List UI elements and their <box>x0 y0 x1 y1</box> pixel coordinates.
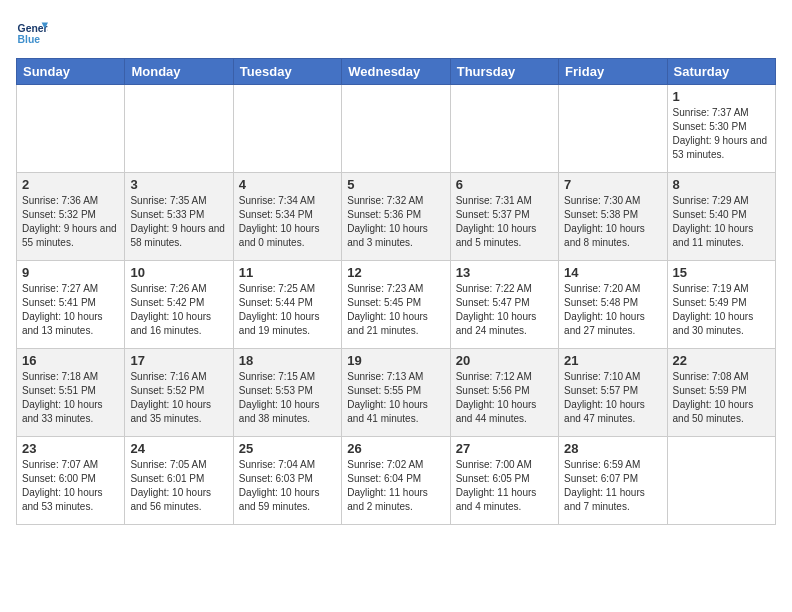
day-cell: 8Sunrise: 7:29 AM Sunset: 5:40 PM Daylig… <box>667 173 775 261</box>
weekday-header-thursday: Thursday <box>450 59 558 85</box>
day-info: Sunrise: 7:13 AM Sunset: 5:55 PM Dayligh… <box>347 370 444 426</box>
day-cell: 5Sunrise: 7:32 AM Sunset: 5:36 PM Daylig… <box>342 173 450 261</box>
day-info: Sunrise: 7:16 AM Sunset: 5:52 PM Dayligh… <box>130 370 227 426</box>
day-cell: 17Sunrise: 7:16 AM Sunset: 5:52 PM Dayli… <box>125 349 233 437</box>
day-info: Sunrise: 7:10 AM Sunset: 5:57 PM Dayligh… <box>564 370 661 426</box>
day-number: 11 <box>239 265 336 280</box>
day-info: Sunrise: 7:20 AM Sunset: 5:48 PM Dayligh… <box>564 282 661 338</box>
day-info: Sunrise: 7:02 AM Sunset: 6:04 PM Dayligh… <box>347 458 444 514</box>
weekday-header-monday: Monday <box>125 59 233 85</box>
day-cell: 11Sunrise: 7:25 AM Sunset: 5:44 PM Dayli… <box>233 261 341 349</box>
day-info: Sunrise: 7:07 AM Sunset: 6:00 PM Dayligh… <box>22 458 119 514</box>
week-row-1: 2Sunrise: 7:36 AM Sunset: 5:32 PM Daylig… <box>17 173 776 261</box>
day-number: 19 <box>347 353 444 368</box>
day-info: Sunrise: 7:30 AM Sunset: 5:38 PM Dayligh… <box>564 194 661 250</box>
day-number: 20 <box>456 353 553 368</box>
day-info: Sunrise: 7:29 AM Sunset: 5:40 PM Dayligh… <box>673 194 770 250</box>
day-info: Sunrise: 7:05 AM Sunset: 6:01 PM Dayligh… <box>130 458 227 514</box>
day-info: Sunrise: 7:23 AM Sunset: 5:45 PM Dayligh… <box>347 282 444 338</box>
day-cell: 6Sunrise: 7:31 AM Sunset: 5:37 PM Daylig… <box>450 173 558 261</box>
day-cell: 2Sunrise: 7:36 AM Sunset: 5:32 PM Daylig… <box>17 173 125 261</box>
day-info: Sunrise: 7:12 AM Sunset: 5:56 PM Dayligh… <box>456 370 553 426</box>
day-cell: 3Sunrise: 7:35 AM Sunset: 5:33 PM Daylig… <box>125 173 233 261</box>
logo-icon: General Blue <box>16 16 48 48</box>
weekday-header-saturday: Saturday <box>667 59 775 85</box>
week-row-0: 1Sunrise: 7:37 AM Sunset: 5:30 PM Daylig… <box>17 85 776 173</box>
day-cell: 16Sunrise: 7:18 AM Sunset: 5:51 PM Dayli… <box>17 349 125 437</box>
day-info: Sunrise: 7:19 AM Sunset: 5:49 PM Dayligh… <box>673 282 770 338</box>
day-number: 3 <box>130 177 227 192</box>
day-cell: 19Sunrise: 7:13 AM Sunset: 5:55 PM Dayli… <box>342 349 450 437</box>
day-info: Sunrise: 7:27 AM Sunset: 5:41 PM Dayligh… <box>22 282 119 338</box>
day-cell: 4Sunrise: 7:34 AM Sunset: 5:34 PM Daylig… <box>233 173 341 261</box>
day-number: 26 <box>347 441 444 456</box>
day-info: Sunrise: 7:31 AM Sunset: 5:37 PM Dayligh… <box>456 194 553 250</box>
day-cell <box>667 437 775 525</box>
day-number: 6 <box>456 177 553 192</box>
day-number: 17 <box>130 353 227 368</box>
day-cell: 26Sunrise: 7:02 AM Sunset: 6:04 PM Dayli… <box>342 437 450 525</box>
day-info: Sunrise: 7:26 AM Sunset: 5:42 PM Dayligh… <box>130 282 227 338</box>
day-cell: 1Sunrise: 7:37 AM Sunset: 5:30 PM Daylig… <box>667 85 775 173</box>
day-number: 7 <box>564 177 661 192</box>
day-cell: 7Sunrise: 7:30 AM Sunset: 5:38 PM Daylig… <box>559 173 667 261</box>
day-info: Sunrise: 7:25 AM Sunset: 5:44 PM Dayligh… <box>239 282 336 338</box>
day-cell <box>125 85 233 173</box>
day-number: 18 <box>239 353 336 368</box>
day-number: 1 <box>673 89 770 104</box>
day-info: Sunrise: 7:18 AM Sunset: 5:51 PM Dayligh… <box>22 370 119 426</box>
day-cell: 12Sunrise: 7:23 AM Sunset: 5:45 PM Dayli… <box>342 261 450 349</box>
day-number: 23 <box>22 441 119 456</box>
weekday-header-row: SundayMondayTuesdayWednesdayThursdayFrid… <box>17 59 776 85</box>
day-cell: 27Sunrise: 7:00 AM Sunset: 6:05 PM Dayli… <box>450 437 558 525</box>
day-info: Sunrise: 7:35 AM Sunset: 5:33 PM Dayligh… <box>130 194 227 250</box>
day-info: Sunrise: 7:22 AM Sunset: 5:47 PM Dayligh… <box>456 282 553 338</box>
week-row-3: 16Sunrise: 7:18 AM Sunset: 5:51 PM Dayli… <box>17 349 776 437</box>
day-number: 2 <box>22 177 119 192</box>
day-cell: 24Sunrise: 7:05 AM Sunset: 6:01 PM Dayli… <box>125 437 233 525</box>
weekday-header-friday: Friday <box>559 59 667 85</box>
day-cell: 18Sunrise: 7:15 AM Sunset: 5:53 PM Dayli… <box>233 349 341 437</box>
day-info: Sunrise: 7:32 AM Sunset: 5:36 PM Dayligh… <box>347 194 444 250</box>
day-info: Sunrise: 7:00 AM Sunset: 6:05 PM Dayligh… <box>456 458 553 514</box>
day-info: Sunrise: 7:08 AM Sunset: 5:59 PM Dayligh… <box>673 370 770 426</box>
weekday-header-wednesday: Wednesday <box>342 59 450 85</box>
weekday-header-tuesday: Tuesday <box>233 59 341 85</box>
logo: General Blue <box>16 16 52 48</box>
day-info: Sunrise: 7:36 AM Sunset: 5:32 PM Dayligh… <box>22 194 119 250</box>
day-number: 27 <box>456 441 553 456</box>
day-cell <box>17 85 125 173</box>
week-row-2: 9Sunrise: 7:27 AM Sunset: 5:41 PM Daylig… <box>17 261 776 349</box>
day-cell: 22Sunrise: 7:08 AM Sunset: 5:59 PM Dayli… <box>667 349 775 437</box>
day-info: Sunrise: 7:37 AM Sunset: 5:30 PM Dayligh… <box>673 106 770 162</box>
day-cell <box>233 85 341 173</box>
weekday-header-sunday: Sunday <box>17 59 125 85</box>
day-cell: 13Sunrise: 7:22 AM Sunset: 5:47 PM Dayli… <box>450 261 558 349</box>
day-number: 5 <box>347 177 444 192</box>
day-number: 25 <box>239 441 336 456</box>
day-cell <box>450 85 558 173</box>
day-cell: 20Sunrise: 7:12 AM Sunset: 5:56 PM Dayli… <box>450 349 558 437</box>
week-row-4: 23Sunrise: 7:07 AM Sunset: 6:00 PM Dayli… <box>17 437 776 525</box>
day-number: 9 <box>22 265 119 280</box>
day-number: 15 <box>673 265 770 280</box>
day-number: 12 <box>347 265 444 280</box>
svg-text:Blue: Blue <box>18 34 41 45</box>
day-cell: 28Sunrise: 6:59 AM Sunset: 6:07 PM Dayli… <box>559 437 667 525</box>
day-cell: 21Sunrise: 7:10 AM Sunset: 5:57 PM Dayli… <box>559 349 667 437</box>
day-number: 10 <box>130 265 227 280</box>
day-number: 14 <box>564 265 661 280</box>
day-cell: 9Sunrise: 7:27 AM Sunset: 5:41 PM Daylig… <box>17 261 125 349</box>
day-cell: 25Sunrise: 7:04 AM Sunset: 6:03 PM Dayli… <box>233 437 341 525</box>
day-info: Sunrise: 6:59 AM Sunset: 6:07 PM Dayligh… <box>564 458 661 514</box>
day-number: 28 <box>564 441 661 456</box>
day-cell: 23Sunrise: 7:07 AM Sunset: 6:00 PM Dayli… <box>17 437 125 525</box>
day-cell: 10Sunrise: 7:26 AM Sunset: 5:42 PM Dayli… <box>125 261 233 349</box>
day-cell: 14Sunrise: 7:20 AM Sunset: 5:48 PM Dayli… <box>559 261 667 349</box>
day-info: Sunrise: 7:15 AM Sunset: 5:53 PM Dayligh… <box>239 370 336 426</box>
day-cell <box>342 85 450 173</box>
day-cell <box>559 85 667 173</box>
day-info: Sunrise: 7:34 AM Sunset: 5:34 PM Dayligh… <box>239 194 336 250</box>
day-cell: 15Sunrise: 7:19 AM Sunset: 5:49 PM Dayli… <box>667 261 775 349</box>
day-number: 16 <box>22 353 119 368</box>
